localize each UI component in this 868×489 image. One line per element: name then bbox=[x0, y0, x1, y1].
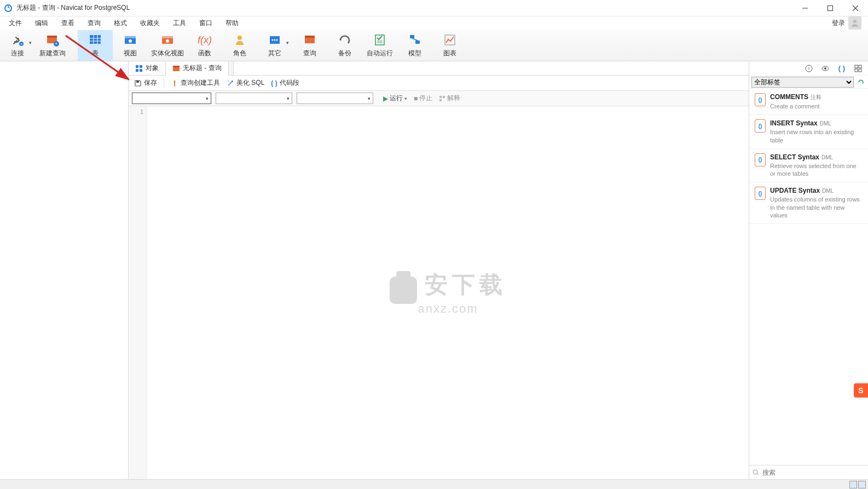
user-avatar-icon[interactable] bbox=[848, 16, 861, 30]
minimize-button[interactable] bbox=[792, 0, 818, 16]
menu-view[interactable]: 查看 bbox=[55, 17, 81, 30]
refresh-icon[interactable] bbox=[856, 77, 866, 87]
toolbar-automation[interactable]: 自动运行 bbox=[362, 30, 397, 61]
login-link[interactable]: 登录 bbox=[829, 19, 848, 28]
svg-point-52 bbox=[824, 67, 826, 70]
tab-untitled-query[interactable]: 无标题 - 查询 bbox=[166, 61, 229, 76]
toolbar-chart[interactable]: 图表 bbox=[432, 30, 467, 61]
snippet-button[interactable]: ( ) 代码段 bbox=[269, 77, 301, 89]
svg-point-26 bbox=[272, 39, 274, 41]
schema-combo[interactable]: ▾ bbox=[297, 93, 373, 104]
run-button[interactable]: ▶ 运行 ▾ bbox=[381, 93, 409, 104]
svg-text:+: + bbox=[20, 42, 23, 47]
explain-button[interactable]: 解释 bbox=[437, 93, 462, 104]
stop-button[interactable]: ■ 停止 bbox=[412, 93, 435, 104]
toolbar-role[interactable]: 角色 bbox=[222, 30, 257, 61]
toolbar-view[interactable]: 视图 bbox=[113, 30, 148, 61]
beautify-button[interactable]: 美化 SQL bbox=[224, 77, 267, 89]
chevron-down-icon: ▾ bbox=[286, 40, 289, 45]
search-icon bbox=[753, 469, 759, 476]
right-panel-icons: i ( ) bbox=[749, 61, 868, 76]
snippet-icon: () bbox=[755, 119, 766, 133]
query-icon bbox=[302, 32, 317, 48]
grid-icon[interactable] bbox=[854, 64, 863, 73]
status-bar bbox=[0, 479, 868, 489]
toolbar-table[interactable]: 表 bbox=[78, 30, 113, 61]
svg-rect-30 bbox=[305, 36, 315, 38]
toolbar-materialized-view[interactable]: 实体化视图 bbox=[148, 30, 187, 61]
chevron-down-icon: ▾ bbox=[29, 40, 32, 45]
toolbar-function[interactable]: f(x) 函数 bbox=[187, 30, 222, 61]
right-panel: i ( ) 全部标签 () COMMENTS注释 Create a commen… bbox=[749, 61, 868, 479]
tab-objects[interactable]: 对象 bbox=[129, 61, 166, 75]
title-bar: 无标题 - 查询 - Navicat for PostgreSQL bbox=[0, 0, 868, 16]
toolbar-backup[interactable]: 备份 bbox=[327, 30, 362, 61]
panel-toggle-right[interactable] bbox=[858, 481, 866, 488]
query-builder-button[interactable]: 查询创建工具 bbox=[169, 77, 222, 89]
toolbar-model[interactable]: 模型 bbox=[397, 30, 432, 61]
snippet-item[interactable]: () SELECT SyntaxDML Retrieve rows select… bbox=[749, 149, 868, 183]
svg-rect-43 bbox=[173, 66, 180, 67]
line-number: 1 bbox=[129, 108, 143, 115]
left-navigator[interactable] bbox=[0, 61, 129, 479]
explain-icon bbox=[439, 95, 445, 102]
database-combo[interactable]: ▾ bbox=[216, 93, 292, 104]
braces-icon[interactable]: ( ) bbox=[837, 64, 846, 73]
snippet-item[interactable]: () INSERT SyntaxDML Insert new rows into… bbox=[749, 115, 868, 149]
svg-rect-34 bbox=[410, 35, 414, 38]
panel-toggle-left[interactable] bbox=[849, 481, 857, 488]
svg-rect-41 bbox=[140, 69, 142, 72]
menu-format[interactable]: 格式 bbox=[107, 17, 134, 30]
code-area[interactable]: 安下载 anxz.com bbox=[147, 106, 749, 479]
menu-favorites[interactable]: 收藏夹 bbox=[134, 17, 166, 30]
save-button[interactable]: 保存 bbox=[132, 77, 159, 89]
eye-icon[interactable] bbox=[821, 64, 830, 73]
svg-rect-44 bbox=[136, 80, 139, 83]
snippet-search-input[interactable] bbox=[762, 469, 865, 476]
tab-search-area[interactable] bbox=[233, 61, 749, 75]
menu-window[interactable]: 窗口 bbox=[193, 17, 219, 30]
window-title: 无标题 - 查询 - Navicat for PostgreSQL bbox=[16, 3, 792, 13]
fx-icon: f(x) bbox=[197, 32, 212, 48]
menu-help[interactable]: 帮助 bbox=[219, 17, 245, 30]
toolbar-connect[interactable]: + ▾ 连接 bbox=[0, 30, 35, 61]
connection-combo[interactable]: ▾ bbox=[132, 93, 211, 104]
sparkle-icon bbox=[227, 79, 234, 87]
menu-tools[interactable]: 工具 bbox=[166, 17, 193, 30]
svg-text:i: i bbox=[808, 66, 809, 71]
svg-rect-53 bbox=[855, 65, 858, 68]
toolbar-other[interactable]: ▾ 其它 bbox=[257, 30, 292, 61]
svg-rect-47 bbox=[443, 96, 445, 98]
svg-text:f(x): f(x) bbox=[198, 34, 212, 45]
workspace: 对象 无标题 - 查询 保存 查询创建工具 美化 SQL bbox=[0, 61, 868, 479]
tag-filter-select[interactable]: 全部标签 bbox=[751, 77, 854, 88]
svg-point-22 bbox=[166, 39, 169, 43]
svg-rect-54 bbox=[859, 65, 861, 68]
svg-rect-55 bbox=[855, 69, 858, 72]
svg-rect-56 bbox=[859, 69, 861, 72]
close-button[interactable] bbox=[843, 0, 868, 16]
snippet-item[interactable]: () UPDATE SyntaxDML Updates columns of e… bbox=[749, 182, 868, 224]
menu-edit[interactable]: 编辑 bbox=[28, 17, 55, 30]
info-icon[interactable]: i bbox=[805, 64, 813, 73]
model-icon bbox=[407, 32, 423, 48]
snippet-search[interactable] bbox=[749, 465, 868, 479]
stop-icon: ■ bbox=[414, 95, 418, 102]
menu-query[interactable]: 查询 bbox=[81, 17, 107, 30]
sql-editor[interactable]: 1 安下载 anxz.com bbox=[129, 106, 749, 479]
toolbar-query[interactable]: 查询 bbox=[292, 30, 327, 61]
window-controls bbox=[792, 0, 868, 16]
snippet-item[interactable]: () COMMENTS注释 Create a comment bbox=[749, 89, 868, 115]
menu-file[interactable]: 文件 bbox=[2, 17, 28, 30]
svg-rect-46 bbox=[439, 96, 442, 98]
other-icon bbox=[267, 32, 282, 48]
snippet-filter-row: 全部标签 bbox=[749, 76, 868, 89]
svg-point-28 bbox=[276, 39, 278, 41]
objects-icon bbox=[135, 65, 143, 72]
auto-icon bbox=[372, 32, 387, 48]
matview-icon bbox=[160, 32, 175, 48]
maximize-button[interactable] bbox=[818, 0, 843, 16]
toolbar-new-query[interactable]: + 新建查询 bbox=[35, 30, 70, 61]
svg-rect-45 bbox=[174, 82, 175, 87]
braces-icon: ( ) bbox=[271, 79, 277, 87]
